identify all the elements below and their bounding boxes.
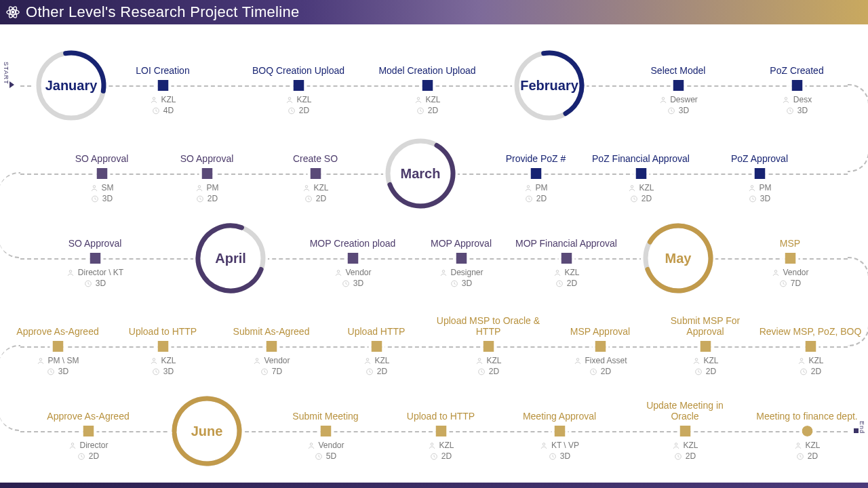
task-title: Approve As-Agreed — [5, 314, 111, 337]
task-title: MSP Approval — [548, 314, 653, 337]
task-title: PoZ Financial Approval — [589, 141, 694, 164]
task-owner: KZL — [375, 95, 480, 104]
svg-point-20 — [93, 185, 95, 187]
month-april: April — [193, 221, 268, 296]
task-marker — [266, 341, 277, 352]
month-march: March — [383, 136, 458, 211]
task-owner: PM — [155, 183, 260, 192]
task-title: Upload HTTP — [324, 314, 429, 337]
task-duration: 2D — [263, 194, 368, 203]
task-title: Meeting Approval — [507, 399, 612, 422]
task-duration: 3D — [5, 367, 111, 376]
task-owner: KZL — [263, 183, 368, 192]
task-title: SO Approval — [155, 141, 260, 164]
start-arrow-icon — [9, 81, 14, 88]
task-node: Upload MSP to Oracle & HTTP KZL 2D — [436, 314, 541, 376]
task-node: Select Model Deswer 3D — [626, 53, 731, 115]
svg-point-18 — [785, 97, 787, 99]
task-owner: KZL — [111, 356, 216, 365]
task-owner: Designer — [409, 268, 514, 277]
task-duration: 2D — [375, 106, 480, 115]
svg-point-10 — [153, 97, 155, 99]
header: Other Level's Research Project Timeline — [0, 0, 868, 24]
task-node: Submit As-Agreed Vendor 7D — [219, 314, 324, 376]
task-owner: Director \ KT — [43, 268, 148, 277]
task-title: Create SO — [263, 141, 368, 164]
task-duration: 3D — [507, 451, 612, 461]
task-node: SO Approval SM 3D — [50, 141, 155, 203]
task-duration: 2D — [324, 367, 429, 376]
task-node: Submit Meeting Vendor 5D — [273, 399, 378, 461]
task-owner: SM — [50, 183, 155, 192]
task-marker — [320, 426, 331, 436]
month-label: March — [401, 166, 441, 182]
task-duration: 2D — [548, 367, 653, 376]
task-title: Upload MSP to Oracle & HTTP — [436, 314, 541, 337]
svg-point-26 — [527, 185, 529, 187]
svg-point-16 — [662, 97, 664, 99]
task-duration: 2D — [633, 451, 738, 461]
month-label: February — [520, 78, 578, 94]
month-may: May — [641, 221, 715, 296]
task-marker — [802, 426, 812, 436]
task-marker — [201, 168, 212, 179]
task-title: SO Approval — [43, 226, 148, 249]
task-title: Update Meeting in Oracle — [633, 399, 738, 422]
task-owner: Deswer — [626, 95, 731, 104]
svg-point-24 — [305, 185, 307, 187]
task-node: MSP Vendor 7D — [738, 226, 843, 288]
task-owner: PM \ SM — [5, 356, 111, 365]
task-duration: 2D — [155, 194, 260, 203]
task-duration: 7D — [738, 279, 843, 288]
task-title: LOI Creation — [111, 53, 216, 76]
svg-point-68 — [797, 443, 799, 445]
task-title: MOP Creation pload — [300, 226, 406, 249]
atom-icon — [5, 5, 20, 20]
task-title: Upload to HTTP — [389, 399, 494, 422]
svg-point-64 — [543, 443, 545, 445]
svg-point-48 — [366, 358, 368, 360]
task-marker — [595, 341, 606, 352]
svg-point-60 — [310, 443, 312, 445]
svg-point-46 — [256, 358, 258, 360]
task-title: Model Creation Upload — [375, 53, 480, 76]
task-title: PoZ Created — [745, 53, 850, 76]
task-duration: 5D — [273, 451, 378, 461]
task-marker — [679, 426, 690, 436]
task-node: Approve As-Agreed PM \ SM 3D — [5, 314, 111, 376]
task-owner: Vendor — [738, 268, 843, 277]
month-label: June — [191, 424, 223, 439]
task-owner: KZL — [514, 268, 619, 277]
task-title: Approve As-Agreed — [36, 399, 141, 422]
task-marker — [754, 168, 765, 179]
svg-point-62 — [431, 443, 433, 445]
task-owner: KZL — [436, 356, 541, 365]
task-owner: KZL — [389, 441, 494, 450]
task-marker — [157, 341, 168, 352]
task-marker — [90, 253, 100, 264]
svg-point-14 — [417, 97, 419, 99]
task-marker — [293, 80, 304, 91]
task-node: Meeting Approval KT \ VP 3D — [507, 399, 612, 461]
task-marker — [52, 341, 63, 352]
svg-point-22 — [198, 185, 200, 187]
svg-point-58 — [71, 443, 73, 445]
task-duration: 3D — [300, 279, 406, 288]
task-marker — [347, 253, 358, 264]
svg-point-34 — [337, 270, 339, 272]
task-node: BOQ Creation Upload KZL 2D — [246, 53, 351, 115]
task-node: Upload to HTTP KZL 3D — [111, 314, 216, 376]
svg-point-54 — [695, 358, 697, 360]
task-node: MOP Approval Designer 3D — [409, 226, 514, 288]
task-node: MOP Financial Approval KZL 2D — [514, 226, 619, 288]
task-owner: Desx — [745, 95, 850, 104]
task-duration: 2D — [246, 106, 351, 115]
task-owner: KZL — [324, 356, 429, 365]
task-duration: 2D — [36, 451, 141, 461]
task-duration: 3D — [745, 106, 850, 115]
footer-bar — [0, 483, 868, 488]
month-june: June — [170, 394, 244, 468]
task-title: MOP Financial Approval — [514, 226, 619, 249]
svg-point-28 — [631, 185, 633, 187]
task-owner: KZL — [758, 356, 863, 365]
